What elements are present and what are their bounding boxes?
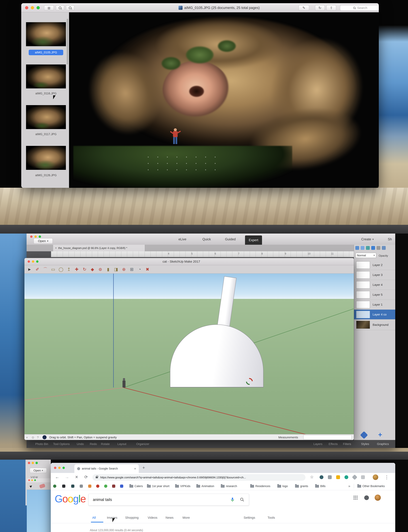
bookmark-folder-item[interactable]: VIPKids bbox=[175, 485, 190, 488]
sidebar-toggle-button[interactable]: ▥ bbox=[44, 5, 54, 10]
tab-all[interactable]: All bbox=[92, 516, 96, 519]
push-pull-tool-icon[interactable]: ↥ bbox=[66, 266, 72, 273]
google-search-box[interactable]: animal tails bbox=[88, 494, 249, 505]
bookmark-folder-item[interactable]: logo bbox=[277, 485, 288, 488]
eraser-tool-icon[interactable] bbox=[39, 483, 45, 488]
bookmark-folder-item[interactable]: Bills bbox=[315, 485, 325, 488]
layer-row[interactable]: Layer 5 bbox=[354, 290, 395, 300]
tab-news[interactable]: News bbox=[166, 516, 173, 519]
offset-tool-icon[interactable]: ⊚ bbox=[97, 266, 103, 273]
stop-button[interactable]: ✕ bbox=[75, 475, 78, 479]
pse-bottom-bar[interactable]: Photo Bin Tool Options Undo Redo Rotate … bbox=[26, 440, 395, 448]
preview-window[interactable]: ▥ aIMG_0105.JPG (25 documents, 25 total … bbox=[21, 3, 379, 188]
thumbnail-item[interactable] bbox=[26, 64, 66, 89]
preview-titlebar[interactable]: ▥ aIMG_0105.JPG (25 documents, 25 total … bbox=[21, 3, 379, 12]
thumbnail-label[interactable]: aIMG_0126.JPG bbox=[29, 174, 63, 177]
graphics-panel-button[interactable]: Graphics bbox=[377, 442, 389, 446]
bookmark-folder-item[interactable]: research bbox=[221, 485, 237, 488]
extension-icon[interactable] bbox=[328, 475, 332, 479]
layout-button[interactable]: Layout bbox=[117, 442, 126, 446]
create-button[interactable]: Create ▾ bbox=[361, 237, 374, 241]
profile-avatar[interactable] bbox=[373, 474, 378, 480]
mic-icon[interactable] bbox=[230, 497, 235, 502]
sketchup-toolbar[interactable]: ► ✐ ⌒ ▭ ◯ ↥ ✚ ↻ ◆ ⊚ ▮ ◨ ⊕ ⊞ ◔ ✖ bbox=[25, 265, 354, 274]
blend-mode-select[interactable]: Normal ▾ bbox=[356, 253, 376, 258]
tab-shopping[interactable]: Shopping bbox=[125, 516, 139, 519]
layers-panel-button[interactable]: Layers bbox=[314, 442, 322, 446]
close-window-button[interactable] bbox=[54, 467, 56, 469]
close-window-button[interactable] bbox=[28, 479, 30, 481]
google-profile-avatar[interactable] bbox=[375, 495, 381, 501]
layers-panel-toolbar[interactable] bbox=[355, 246, 386, 250]
chrome-menu-icon[interactable]: ⋮ bbox=[384, 474, 389, 480]
titlebar[interactable] bbox=[27, 478, 51, 482]
bookmark-folder-item[interactable]: grants bbox=[295, 485, 308, 488]
link-layers-icon[interactable] bbox=[376, 246, 380, 250]
zoom-window-button[interactable] bbox=[35, 462, 38, 464]
styles-panel-button[interactable]: Styles bbox=[361, 442, 369, 446]
rectangle-tool-icon[interactable]: ▭ bbox=[50, 266, 56, 273]
forward-button[interactable]: → bbox=[65, 475, 69, 479]
tab-quick[interactable]: Quick bbox=[202, 237, 211, 241]
rotate-tool-icon[interactable]: ↻ bbox=[81, 266, 88, 273]
other-bookmarks-folder[interactable]: Other Bookmarks bbox=[357, 485, 385, 488]
line-tool-icon[interactable]: ✐ bbox=[34, 266, 41, 273]
extension-icon[interactable] bbox=[344, 475, 348, 479]
thumbnail-item[interactable] bbox=[26, 105, 66, 129]
extensions-row[interactable] bbox=[320, 475, 365, 479]
thumbnail-label-selected[interactable]: aIMG_0105.JPG bbox=[29, 50, 63, 55]
close-window-button[interactable] bbox=[28, 462, 30, 464]
sketchup-window-fragment[interactable]: ► bbox=[27, 478, 51, 532]
select-tool-icon[interactable]: ► bbox=[26, 266, 33, 273]
document-tab[interactable]: × the_house_diagram.psd @ 66.6% (Layer 4… bbox=[53, 245, 145, 251]
undo-button[interactable]: Undo bbox=[77, 442, 84, 446]
zoom-window-button[interactable] bbox=[62, 467, 65, 469]
bookmark-folder-item[interactable]: Residences bbox=[250, 485, 270, 488]
toolbar-fragment[interactable]: ► bbox=[27, 482, 51, 490]
organizer-button[interactable]: Organizer bbox=[136, 442, 149, 446]
layer-style-icon[interactable] bbox=[371, 246, 375, 250]
layer-thumbnail[interactable] bbox=[356, 281, 370, 289]
layer-thumbnail[interactable] bbox=[356, 301, 370, 308]
measurements-input[interactable] bbox=[303, 435, 352, 440]
tab-images[interactable]: Images bbox=[107, 516, 117, 519]
search-submit-icon[interactable] bbox=[240, 497, 245, 502]
layer-thumbnail[interactable] bbox=[356, 321, 370, 329]
menu-bar[interactable] bbox=[0, 225, 408, 234]
zoom-window-button[interactable] bbox=[39, 235, 41, 238]
extension-icon[interactable] bbox=[361, 475, 365, 479]
layer-row[interactable]: Layer 3 bbox=[354, 270, 395, 280]
effects-panel-button[interactable]: Effects bbox=[329, 442, 338, 446]
bookmark-favicon[interactable] bbox=[62, 485, 65, 488]
layer-thumbnail[interactable] bbox=[356, 261, 370, 269]
layer-row[interactable]: Layer 2 bbox=[354, 260, 395, 270]
tab-videos[interactable]: Videos bbox=[148, 516, 157, 519]
minimize-window-button[interactable] bbox=[31, 6, 34, 9]
chrome-toolbar[interactable]: ← → ✕ ⟳ https://www.google.com/search?q=… bbox=[51, 473, 395, 482]
tools-menu[interactable]: Tools bbox=[268, 516, 275, 519]
new-layer-icon[interactable] bbox=[355, 246, 359, 250]
adjustment-layer-icon[interactable] bbox=[366, 246, 370, 250]
zoom-in-button[interactable] bbox=[66, 5, 74, 10]
layer-thumbnail[interactable] bbox=[356, 311, 370, 318]
paint-bucket-tool-icon[interactable]: ◨ bbox=[113, 266, 119, 273]
thumbnail-label[interactable]: aIMG_0117.JPG bbox=[29, 133, 63, 136]
zoom-window-button[interactable] bbox=[36, 6, 40, 9]
tab-expert-active[interactable]: Expert bbox=[245, 235, 262, 245]
rotate-button[interactable]: ↻ bbox=[315, 5, 325, 11]
layers-list[interactable]: Layer 2 Layer 3 Layer 4 Layer 5 Layer 1 … bbox=[354, 260, 395, 345]
minimize-window-button[interactable] bbox=[34, 235, 37, 238]
bookmark-favicon[interactable] bbox=[120, 485, 123, 488]
delete-layer-icon[interactable] bbox=[382, 246, 386, 250]
pse-layers-panel[interactable]: Normal ▾ Opacity Layer 2 Layer 3 Layer 4… bbox=[354, 245, 395, 440]
bookmark-favicon[interactable] bbox=[88, 485, 91, 488]
reload-button[interactable]: ⟳ bbox=[84, 475, 88, 479]
select-tool-icon[interactable]: ► bbox=[28, 483, 34, 489]
chrome-tabstrip[interactable]: animal tails - Google Search × + bbox=[51, 463, 395, 473]
zoom-window-button[interactable] bbox=[34, 479, 36, 481]
bookmark-favicon[interactable] bbox=[112, 485, 115, 488]
zoom-window-button[interactable] bbox=[36, 260, 38, 263]
graphics-panel-icon[interactable]: + bbox=[377, 432, 383, 438]
layer-row[interactable]: Layer 4 bbox=[354, 280, 395, 290]
pse-titlebar[interactable]: Open ▾ eLive Quick Guided Expert Create … bbox=[26, 234, 395, 245]
